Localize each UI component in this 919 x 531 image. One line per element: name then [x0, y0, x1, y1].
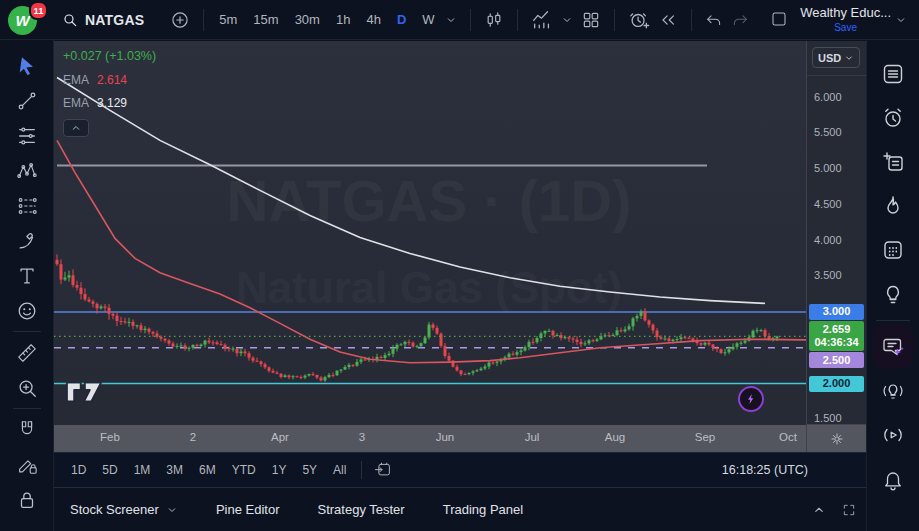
emoji-tool-button[interactable]: [10, 293, 44, 328]
badge-price: 2.500: [823, 354, 851, 368]
panel-collapse-button[interactable]: [812, 503, 826, 517]
layout-menu-button[interactable]: [891, 10, 911, 30]
interval-5m-button[interactable]: 5m: [213, 9, 243, 30]
stock-screener-tab[interactable]: Stock Screener: [70, 502, 178, 517]
fib-retracement-tool-button[interactable]: [10, 118, 44, 153]
brush-tool-button[interactable]: [10, 223, 44, 258]
strategy-tester-tab[interactable]: Strategy Tester: [317, 502, 404, 517]
range-1M-button[interactable]: 1M: [127, 459, 158, 481]
range-3M-button[interactable]: 3M: [159, 459, 190, 481]
ema-slow-legend-row[interactable]: EMA 3.129: [63, 96, 156, 110]
sidebar-hotlists-button[interactable]: [873, 184, 913, 228]
text-tool-button[interactable]: [10, 258, 44, 293]
sidebar-streams-button[interactable]: [873, 413, 913, 457]
collapse-legend-button[interactable]: [63, 119, 89, 137]
chart-type-button[interactable]: [480, 6, 508, 34]
sidebar-calendar-button[interactable]: [873, 228, 913, 272]
sidebar-ideas-button[interactable]: [873, 272, 913, 316]
chart-pane[interactable]: NATGAS · (1D)Natural Gas (Spot) +0.027 (…: [54, 41, 806, 425]
bottom-panel: Stock Screener Pine Editor Strategy Test…: [54, 487, 866, 531]
sidebar-live-ideas-button[interactable]: [873, 369, 913, 413]
interval-1h-button[interactable]: 1h: [330, 9, 356, 30]
strategy-tester-label: Strategy Tester: [317, 502, 404, 517]
price-scale[interactable]: USD 6.0005.5005.0004.5004.0003.5001.5003…: [806, 41, 866, 452]
interval-more-button[interactable]: [441, 10, 461, 30]
interval-30m-button[interactable]: 30m: [289, 9, 326, 30]
tradingview-app: W 11 NATGAS 5m15m30m1h4hDW Wealthy Educ.…: [0, 0, 919, 531]
bell-icon: [881, 467, 905, 491]
interval-4h-button[interactable]: 4h: [360, 9, 386, 30]
forecast-tool-button[interactable]: [10, 188, 44, 223]
pine-editor-tab[interactable]: Pine Editor: [216, 502, 280, 517]
zoom-in-tool-button[interactable]: [10, 370, 44, 405]
replay-icon: [658, 10, 678, 30]
chevron-down-icon: [844, 53, 854, 63]
ema-fast-legend-row[interactable]: EMA 2.614: [63, 73, 156, 87]
draw-lock-tool-button[interactable]: [10, 447, 44, 482]
sidebar-watchlist-button[interactable]: [873, 52, 913, 96]
notes-plus-icon: [881, 150, 905, 174]
level-badge-2.000[interactable]: 2.000: [809, 376, 864, 392]
layout-grid-button[interactable]: [577, 6, 605, 34]
goto-date-button[interactable]: [370, 457, 396, 483]
interval-W-button[interactable]: W: [416, 9, 440, 30]
sidebar-notifications-button[interactable]: [873, 457, 913, 501]
layout-save-group[interactable]: Wealthy Educ... Save: [766, 6, 891, 32]
trendline-tool-button[interactable]: [10, 83, 44, 118]
range-5Y-button[interactable]: 5Y: [295, 459, 324, 481]
notification-count-badge: 11: [29, 1, 48, 20]
interval-D-button[interactable]: D: [391, 9, 412, 30]
layout-name-column[interactable]: Wealthy Educ... Save: [800, 6, 891, 32]
scales-settings-button[interactable]: [829, 431, 845, 447]
range-All-button[interactable]: All: [326, 459, 353, 481]
lightning-badge[interactable]: [738, 386, 764, 412]
tradingview-logo-watermark[interactable]: [65, 381, 103, 407]
undo-icon: [705, 11, 723, 29]
chevron-up-icon: [812, 503, 826, 517]
symbol-search-button[interactable]: NATGAS: [62, 12, 144, 28]
level-badge-2.500[interactable]: 2.500: [809, 352, 864, 368]
clock-utc[interactable]: 16:18:25 (UTC): [722, 463, 866, 477]
panel-maximize-button[interactable]: [842, 503, 856, 517]
trading-panel-label: Trading Panel: [443, 502, 523, 517]
redo-button[interactable]: [727, 7, 753, 33]
pattern-icon: [16, 160, 38, 182]
range-1Y-button[interactable]: 1Y: [265, 459, 294, 481]
chevron-up-icon: [70, 122, 82, 134]
range-5D-button[interactable]: 5D: [95, 459, 124, 481]
compare-add-symbol-button[interactable]: [166, 6, 194, 34]
indicators-more-button[interactable]: [557, 10, 577, 30]
time-label-Jul: Jul: [525, 431, 540, 443]
currency-selector[interactable]: USD: [812, 47, 860, 68]
user-menu[interactable]: W 11: [8, 4, 42, 36]
range-6M-button[interactable]: 6M: [192, 459, 223, 481]
level-badge-3.000[interactable]: 3.000: [809, 304, 864, 320]
interval-15m-button[interactable]: 15m: [247, 9, 284, 30]
lock-all-tool-button[interactable]: [10, 482, 44, 517]
magnet-tool-button[interactable]: [10, 412, 44, 447]
time-label-Oct: Oct: [779, 431, 797, 443]
cursor-tool-button[interactable]: [10, 48, 44, 83]
fib-icon: [16, 125, 38, 147]
redo-icon: [731, 11, 749, 29]
sidebar-journal-button[interactable]: [873, 140, 913, 184]
save-button[interactable]: Save: [834, 22, 857, 33]
indicators-button[interactable]: [527, 5, 557, 35]
chevron-down-icon: [166, 504, 178, 516]
range-1D-button[interactable]: 1D: [64, 459, 93, 481]
trading-panel-tab[interactable]: Trading Panel: [443, 502, 523, 517]
time-scale[interactable]: Feb2Apr3JunJulAugSepOct: [54, 425, 806, 452]
toolbar-separator: [470, 9, 471, 31]
price-tick-6.000: 6.000: [814, 91, 842, 103]
sidebar-chat-ai-button[interactable]: [873, 325, 913, 369]
undo-button[interactable]: [701, 7, 727, 33]
emoji-icon: [16, 300, 38, 322]
xabcd-pattern-tool-button[interactable]: [10, 153, 44, 188]
ruler-tool-button[interactable]: [10, 335, 44, 370]
sidebar-alerts-button[interactable]: [873, 96, 913, 140]
watchlist-icon: [881, 62, 905, 86]
candlestick-chart[interactable]: NATGAS · (1D)Natural Gas (Spot): [54, 41, 806, 425]
range-YTD-button[interactable]: YTD: [225, 459, 263, 481]
create-alert-button[interactable]: [624, 5, 654, 35]
bar-replay-button[interactable]: [654, 6, 682, 34]
